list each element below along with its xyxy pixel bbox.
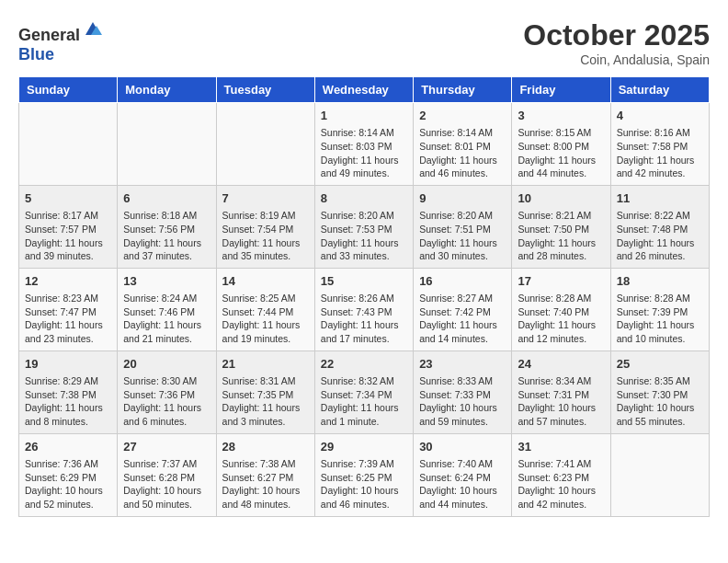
day-number: 7 [222, 190, 309, 207]
day-info: Sunrise: 8:27 AM Sunset: 7:42 PM Dayligh… [419, 292, 506, 346]
day-number: 23 [419, 356, 506, 373]
day-info: Sunrise: 8:14 AM Sunset: 8:01 PM Dayligh… [419, 126, 506, 180]
calendar-day: 26Sunrise: 7:36 AM Sunset: 6:29 PM Dayli… [19, 433, 118, 516]
day-of-week-header: Tuesday [216, 77, 314, 103]
logo-general: General [18, 26, 80, 44]
day-number: 26 [25, 439, 111, 455]
day-info: Sunrise: 8:30 AM Sunset: 7:36 PM Dayligh… [123, 374, 210, 429]
day-info: Sunrise: 8:18 AM Sunset: 7:56 PM Dayligh… [123, 209, 210, 263]
calendar-day: 18Sunrise: 8:28 AM Sunset: 7:39 PM Dayli… [610, 268, 709, 350]
day-number: 2 [419, 108, 506, 124]
day-of-week-header: Monday [118, 77, 216, 103]
day-number: 22 [321, 356, 407, 373]
day-number: 31 [518, 439, 604, 455]
calendar-day: 13Sunrise: 8:24 AM Sunset: 7:46 PM Dayli… [118, 268, 216, 350]
day-number: 6 [123, 190, 210, 207]
calendar-day: 3Sunrise: 8:15 AM Sunset: 8:00 PM Daylig… [512, 103, 610, 186]
calendar-day: 19Sunrise: 8:29 AM Sunset: 7:38 PM Dayli… [19, 350, 118, 433]
day-info: Sunrise: 7:36 AM Sunset: 6:29 PM Dayligh… [25, 457, 111, 511]
calendar-day: 31Sunrise: 7:41 AM Sunset: 6:23 PM Dayli… [512, 433, 610, 516]
day-number: 24 [518, 356, 604, 373]
day-number: 5 [25, 190, 111, 207]
calendar-day: 5Sunrise: 8:17 AM Sunset: 7:57 PM Daylig… [19, 185, 118, 268]
day-of-week-header: Wednesday [314, 77, 413, 103]
empty-day [216, 103, 314, 186]
day-info: Sunrise: 8:28 AM Sunset: 7:40 PM Dayligh… [518, 292, 604, 346]
day-number: 30 [419, 439, 506, 455]
day-info: Sunrise: 8:17 AM Sunset: 7:57 PM Dayligh… [25, 209, 111, 263]
day-number: 12 [25, 273, 111, 290]
day-number: 11 [617, 190, 703, 207]
calendar-day: 12Sunrise: 8:23 AM Sunset: 7:47 PM Dayli… [19, 268, 118, 350]
day-info: Sunrise: 8:16 AM Sunset: 7:58 PM Dayligh… [617, 126, 703, 180]
logo-icon [82, 18, 104, 40]
calendar-day: 1Sunrise: 8:14 AM Sunset: 8:03 PM Daylig… [314, 103, 413, 186]
calendar-day: 29Sunrise: 7:39 AM Sunset: 6:25 PM Dayli… [314, 433, 413, 516]
calendar-day: 2Sunrise: 8:14 AM Sunset: 8:01 PM Daylig… [414, 103, 512, 186]
calendar-day: 21Sunrise: 8:31 AM Sunset: 7:35 PM Dayli… [216, 350, 314, 433]
day-info: Sunrise: 7:38 AM Sunset: 6:27 PM Dayligh… [222, 457, 309, 511]
calendar-day: 8Sunrise: 8:20 AM Sunset: 7:53 PM Daylig… [314, 185, 413, 268]
day-info: Sunrise: 7:40 AM Sunset: 6:24 PM Dayligh… [419, 457, 506, 511]
day-info: Sunrise: 8:21 AM Sunset: 7:50 PM Dayligh… [518, 209, 604, 263]
month-title: October 2025 [523, 18, 710, 52]
calendar-day: 22Sunrise: 8:32 AM Sunset: 7:34 PM Dayli… [314, 350, 413, 433]
calendar-day: 7Sunrise: 8:19 AM Sunset: 7:54 PM Daylig… [216, 185, 314, 268]
day-info: Sunrise: 8:19 AM Sunset: 7:54 PM Dayligh… [222, 209, 309, 263]
calendar-day: 6Sunrise: 8:18 AM Sunset: 7:56 PM Daylig… [118, 185, 216, 268]
calendar-day: 20Sunrise: 8:30 AM Sunset: 7:36 PM Dayli… [118, 350, 216, 433]
day-number: 3 [518, 108, 604, 124]
day-info: Sunrise: 8:25 AM Sunset: 7:44 PM Dayligh… [222, 292, 309, 346]
calendar-day: 14Sunrise: 8:25 AM Sunset: 7:44 PM Dayli… [216, 268, 314, 350]
page-header: General Blue October 2025 Coin, Andalusi… [18, 18, 710, 67]
day-info: Sunrise: 8:14 AM Sunset: 8:03 PM Dayligh… [321, 126, 407, 180]
day-info: Sunrise: 8:32 AM Sunset: 7:34 PM Dayligh… [321, 374, 407, 429]
calendar-day: 10Sunrise: 8:21 AM Sunset: 7:50 PM Dayli… [512, 185, 610, 268]
day-number: 28 [222, 439, 309, 455]
day-of-week-header: Thursday [414, 77, 512, 103]
calendar-day: 23Sunrise: 8:33 AM Sunset: 7:33 PM Dayli… [414, 350, 512, 433]
day-info: Sunrise: 8:23 AM Sunset: 7:47 PM Dayligh… [25, 292, 111, 346]
day-number: 17 [518, 273, 604, 290]
day-info: Sunrise: 8:33 AM Sunset: 7:33 PM Dayligh… [419, 374, 506, 429]
empty-day [118, 103, 216, 186]
day-number: 8 [321, 190, 407, 207]
calendar-day: 25Sunrise: 8:35 AM Sunset: 7:30 PM Dayli… [610, 350, 709, 433]
title-block: October 2025 Coin, Andalusia, Spain [523, 18, 710, 67]
empty-day [610, 433, 709, 516]
day-of-week-header: Friday [512, 77, 610, 103]
day-info: Sunrise: 8:35 AM Sunset: 7:30 PM Dayligh… [617, 374, 703, 429]
day-number: 13 [123, 273, 210, 290]
day-number: 27 [123, 439, 210, 455]
empty-day [19, 103, 118, 186]
day-info: Sunrise: 7:37 AM Sunset: 6:28 PM Dayligh… [123, 457, 210, 511]
day-info: Sunrise: 8:20 AM Sunset: 7:51 PM Dayligh… [419, 209, 506, 263]
day-number: 25 [617, 356, 703, 373]
day-number: 20 [123, 356, 210, 373]
day-info: Sunrise: 8:20 AM Sunset: 7:53 PM Dayligh… [321, 209, 407, 263]
day-number: 4 [617, 108, 703, 124]
day-number: 14 [222, 273, 309, 290]
calendar-day: 24Sunrise: 8:34 AM Sunset: 7:31 PM Dayli… [512, 350, 610, 433]
day-number: 16 [419, 273, 506, 290]
day-number: 18 [617, 273, 703, 290]
day-number: 21 [222, 356, 309, 373]
day-number: 10 [518, 190, 604, 207]
day-number: 1 [321, 108, 407, 124]
day-info: Sunrise: 8:26 AM Sunset: 7:43 PM Dayligh… [321, 292, 407, 346]
day-info: Sunrise: 8:15 AM Sunset: 8:00 PM Dayligh… [518, 126, 604, 180]
day-of-week-header: Sunday [19, 77, 118, 103]
day-info: Sunrise: 8:29 AM Sunset: 7:38 PM Dayligh… [25, 374, 111, 429]
day-number: 29 [321, 439, 407, 455]
calendar-day: 9Sunrise: 8:20 AM Sunset: 7:51 PM Daylig… [414, 185, 512, 268]
calendar-day: 16Sunrise: 8:27 AM Sunset: 7:42 PM Dayli… [414, 268, 512, 350]
calendar-day: 4Sunrise: 8:16 AM Sunset: 7:58 PM Daylig… [610, 103, 709, 186]
calendar-day: 17Sunrise: 8:28 AM Sunset: 7:40 PM Dayli… [512, 268, 610, 350]
day-info: Sunrise: 7:39 AM Sunset: 6:25 PM Dayligh… [321, 457, 407, 511]
logo: General Blue [18, 18, 104, 64]
day-info: Sunrise: 8:24 AM Sunset: 7:46 PM Dayligh… [123, 292, 210, 346]
day-number: 15 [321, 273, 407, 290]
day-info: Sunrise: 8:28 AM Sunset: 7:39 PM Dayligh… [617, 292, 703, 346]
logo-blue: Blue [18, 45, 54, 63]
day-info: Sunrise: 7:41 AM Sunset: 6:23 PM Dayligh… [518, 457, 604, 511]
